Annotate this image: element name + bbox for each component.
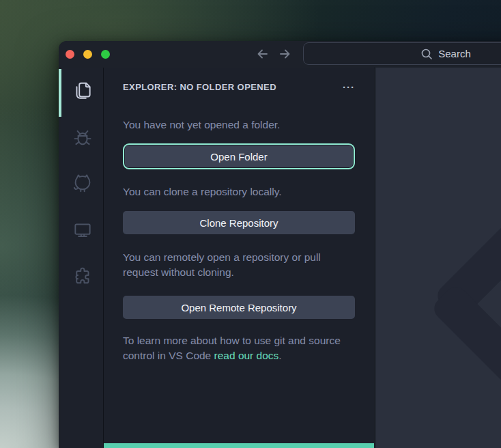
back-arrow-icon[interactable] <box>255 46 270 62</box>
explorer-title: EXPLORER: NO FOLDER OPENED <box>123 82 276 92</box>
docs-paragraph: To learn more about how to use git and s… <box>123 333 355 363</box>
monitor-icon <box>72 219 94 244</box>
history-nav <box>255 46 292 62</box>
puzzle-icon <box>72 266 94 290</box>
clone-repository-button[interactable]: Clone Repository <box>123 211 355 234</box>
window-controls <box>66 41 110 68</box>
sidebar-item-run-debug[interactable] <box>61 115 104 162</box>
activity-bar <box>61 68 104 448</box>
github-icon <box>72 173 94 197</box>
bug-icon <box>72 126 94 151</box>
title-bar: Search <box>59 41 501 68</box>
editor-area <box>375 68 501 448</box>
sidebar-bottom-accent-strip <box>104 443 374 448</box>
vscode-window: Search <box>59 41 501 448</box>
explorer-sidebar: EXPLORER: NO FOLDER OPENED ··· You have … <box>104 68 374 443</box>
remote-hint: You can remotely open a repository or pu… <box>123 250 355 280</box>
search-label: Search <box>438 48 471 59</box>
maximize-button[interactable] <box>101 50 110 59</box>
docs-text-after: . <box>278 350 281 361</box>
sidebar-item-remote-explorer[interactable] <box>61 208 104 255</box>
open-remote-repository-button[interactable]: Open Remote Repository <box>123 296 355 319</box>
magnifier-icon <box>420 48 433 60</box>
more-actions-icon[interactable]: ··· <box>343 84 355 91</box>
screen: Search <box>0 0 501 448</box>
read-our-docs-link[interactable]: read our docs <box>214 350 279 361</box>
open-folder-hint: You have not yet opened a folder. <box>123 117 355 132</box>
open-folder-focus-ring: Open Folder <box>123 143 355 169</box>
open-folder-button[interactable]: Open Folder <box>125 145 353 167</box>
close-button[interactable] <box>66 50 74 59</box>
files-icon <box>72 80 94 104</box>
sidebar-item-explorer[interactable] <box>61 69 104 115</box>
sidebar-item-extensions[interactable] <box>61 255 104 301</box>
sidebar-item-github[interactable] <box>61 162 104 208</box>
clone-hint: You can clone a repository locally. <box>123 184 355 199</box>
minimize-button[interactable] <box>83 50 92 59</box>
forward-arrow-icon[interactable] <box>277 46 292 62</box>
search-input[interactable]: Search <box>303 42 501 65</box>
pane-header: EXPLORER: NO FOLDER OPENED ··· <box>123 82 355 92</box>
